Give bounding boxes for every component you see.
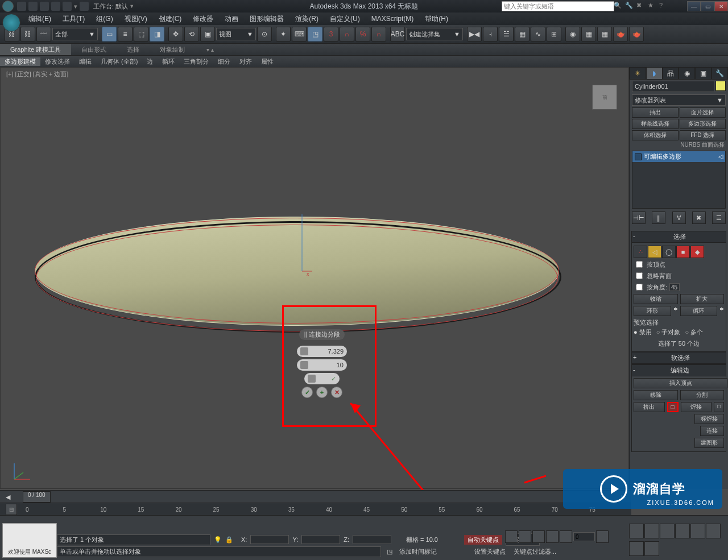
time-ruler[interactable]: ⊟ 051015202530354045505560657075 — [0, 503, 631, 516]
subobj-polygon-icon[interactable]: ■ — [676, 246, 690, 258]
stack-expand-icon[interactable] — [635, 154, 642, 160]
btn-create-shape[interactable]: 建图形 — [694, 438, 724, 448]
keyboard-shortcut-icon[interactable]: ⌨ — [292, 27, 307, 42]
menu-maxscript[interactable]: MAXScript(M) — [366, 15, 420, 23]
subobj-vertex-icon[interactable]: ∴ — [634, 246, 647, 258]
schematic-view-icon[interactable]: ⊞ — [547, 27, 561, 42]
viewport-orthographic[interactable]: [+] [正交] [真实 + 边面] 前 x ‖ 连接边分段 7.329 10 … — [0, 67, 629, 489]
bind-spacewarp-icon[interactable]: 〰 — [36, 27, 51, 42]
subobj-edge-icon[interactable]: ◁ — [648, 246, 661, 258]
curve-editor-icon[interactable]: ∿ — [531, 27, 545, 42]
manipulate-icon[interactable]: ✦ — [276, 27, 291, 42]
nav-fov-icon[interactable] — [690, 524, 705, 538]
caddy-pinch-field[interactable]: 10 — [297, 359, 347, 371]
ribbon-expand-icon[interactable]: ▾ ▴ — [206, 47, 214, 53]
window-crossing-icon[interactable]: ◨ — [150, 27, 164, 42]
ribbon-panel-props[interactable]: 属性 — [257, 57, 278, 66]
workspace-dropdown-icon[interactable]: ▼ — [129, 3, 134, 9]
btn-weld[interactable]: 焊接 — [681, 402, 712, 412]
named-selection-combo[interactable]: 创建选择集▼ — [406, 28, 463, 40]
caddy-pinch-value[interactable]: 10 — [337, 362, 344, 368]
btn-insert-vertex[interactable]: 插入顶点 — [634, 378, 727, 388]
percent-snap-icon[interactable]: ∩ — [340, 27, 354, 42]
minimize-button[interactable]: — — [687, 1, 701, 11]
caddy-ok-button[interactable]: ✓ — [301, 387, 313, 398]
caddy-title[interactable]: ‖ 连接边分段 — [299, 329, 345, 340]
modifier-list-combo[interactable]: 修改器列表▼ — [632, 94, 726, 106]
menu-customize[interactable]: 自定义(U) — [324, 14, 366, 24]
angle-snap-icon[interactable]: 3 — [324, 27, 338, 42]
ribbon-tab-graphite[interactable]: Graphite 建模工具 — [0, 44, 71, 55]
close-button[interactable]: ✕ — [714, 1, 728, 11]
radio-preview-subobj[interactable]: 子对象 — [656, 328, 681, 337]
favorites-icon[interactable]: ★ — [648, 2, 657, 11]
btn-remove[interactable]: 移除 — [634, 390, 678, 400]
ribbon-panel-edges[interactable]: 边 — [142, 57, 158, 66]
nav-orbit-icon[interactable] — [629, 541, 644, 556]
stack-configure-icon[interactable]: ☰ — [712, 211, 726, 224]
ribbon-panel-tri[interactable]: 三角剖分 — [179, 57, 213, 66]
ribbon-panel-subdiv[interactable]: 细分 — [213, 57, 235, 66]
infocenter-search-input[interactable] — [502, 1, 614, 11]
qat-open-icon[interactable] — [28, 2, 38, 11]
spinner-snap-icon[interactable]: % — [355, 27, 370, 42]
ribbon-panel-polymodeling[interactable]: 多边形建模 — [0, 57, 40, 66]
tab-create-icon[interactable]: ✳ — [630, 67, 646, 80]
stack-pin-icon[interactable]: ⊣⊢ — [632, 211, 646, 224]
nav-maximize-icon[interactable] — [644, 541, 659, 556]
btn-connect[interactable]: 连接 — [700, 426, 724, 436]
chk-by-vertex[interactable] — [636, 261, 643, 268]
btn-extrude-settings[interactable]: □ — [667, 402, 679, 412]
loop-spinner-icon[interactable]: ≑ — [719, 306, 724, 316]
btn-ring[interactable]: 环形 — [634, 306, 671, 316]
help-icon[interactable]: ? — [659, 2, 668, 11]
mirror-icon[interactable]: ▶◀ — [467, 27, 482, 42]
menu-help[interactable]: 帮助(H) — [419, 14, 454, 24]
radio-preview-off[interactable]: 禁用 — [634, 328, 652, 337]
ribbon-tab-selection[interactable]: 选择 — [117, 44, 150, 55]
subscription-icon[interactable]: 🔧 — [625, 2, 634, 11]
render-iterative-icon[interactable]: 🫖 — [629, 27, 644, 42]
angle-spinner[interactable] — [669, 283, 680, 291]
render-production-icon[interactable]: 🫖 — [613, 27, 628, 42]
use-center-icon[interactable]: ⊙ — [257, 27, 272, 42]
unlink-icon[interactable]: ⛓ — [20, 27, 35, 42]
qat-link-icon[interactable] — [80, 2, 89, 11]
time-config-icon[interactable] — [596, 530, 609, 543]
selection-filter-combo[interactable]: 全部▼ — [52, 28, 98, 40]
coord-x-input[interactable] — [250, 535, 289, 544]
prev-frame-icon[interactable] — [519, 530, 531, 543]
menu-graph-editors[interactable]: 图形编辑器 — [244, 14, 289, 24]
ribbon-panel-loops[interactable]: 循环 — [158, 57, 179, 66]
menu-create[interactable]: 创建(C) — [153, 14, 188, 24]
qat-redo-icon[interactable] — [63, 2, 72, 11]
current-frame-input[interactable] — [573, 532, 595, 541]
lock-icon[interactable]: 🔒 — [225, 536, 233, 544]
welcome-screen-thumbnail[interactable]: 欢迎使用 MAXSc — [2, 523, 57, 558]
menu-views[interactable]: 视图(V) — [119, 14, 153, 24]
ref-coord-combo[interactable]: 视图▼ — [216, 28, 256, 40]
menu-tools[interactable]: 工具(T) — [57, 14, 90, 24]
select-by-name-icon[interactable]: ≡ — [118, 27, 133, 42]
stack-show-end-icon[interactable]: ‖ — [652, 211, 665, 224]
lock-bulb-icon[interactable]: 💡 — [214, 536, 222, 544]
object-color-swatch[interactable] — [715, 81, 726, 91]
btn-select-sub2[interactable]: 面片选择 — [680, 107, 726, 118]
caddy-segments-value[interactable]: 7.329 — [328, 348, 344, 355]
render-frame-icon[interactable]: ▦ — [597, 27, 612, 42]
btn-select-sub5[interactable]: 体积选择 — [632, 130, 679, 140]
stack-remove-icon[interactable]: ✖ — [692, 211, 706, 224]
edged-snap-icon[interactable]: ∩ — [371, 27, 386, 42]
scale-icon[interactable]: ▣ — [200, 27, 215, 42]
play-icon[interactable] — [532, 530, 545, 543]
ribbon-tab-freeform[interactable]: 自由形式 — [71, 44, 117, 55]
auto-key-button[interactable]: 自动关键点 — [464, 535, 502, 545]
chk-ignore-backfacing[interactable] — [636, 272, 643, 279]
rollout-selection-header[interactable]: -选择 — [632, 231, 726, 243]
btn-select-sub6[interactable]: FFD 选择 — [680, 130, 726, 140]
script-listener-icon[interactable]: ◳ — [387, 548, 392, 555]
btn-select-sub1[interactable]: 抽出 — [632, 107, 679, 118]
qat-new-icon[interactable] — [17, 2, 26, 11]
tab-utilities-icon[interactable]: 🔧 — [712, 67, 728, 80]
subobj-border-icon[interactable]: ◯ — [662, 246, 676, 258]
